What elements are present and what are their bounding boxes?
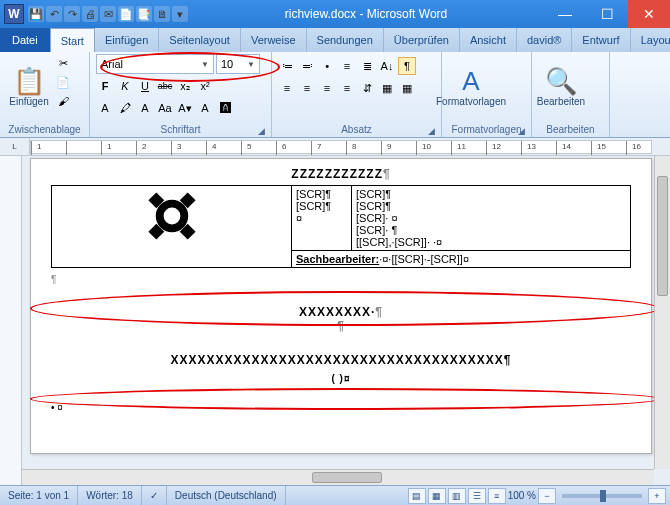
font-size-combo[interactable]: 10 ▼ bbox=[216, 54, 260, 74]
tab-ueberpruefen[interactable]: Überprüfen bbox=[384, 28, 460, 52]
styles-button[interactable]: A Formatvorlagen bbox=[448, 54, 494, 120]
qat-page-icon[interactable]: 🗎 bbox=[154, 6, 170, 22]
underline-button[interactable]: U bbox=[136, 77, 154, 95]
paragraph-dialog-launcher[interactable]: ◢ bbox=[428, 126, 435, 136]
chevron-down-icon[interactable]: ▼ bbox=[247, 60, 255, 69]
horizontal-ruler[interactable]: 112345678910111213141516 bbox=[30, 140, 652, 154]
bold-button[interactable]: F bbox=[96, 77, 114, 95]
superscript-button[interactable]: x² bbox=[196, 77, 214, 95]
styles-label: Formatvorlagen bbox=[436, 97, 506, 108]
tab-sendungen[interactable]: Sendungen bbox=[307, 28, 384, 52]
vertical-scrollbar[interactable] bbox=[654, 156, 670, 469]
qat-redo-icon[interactable]: ↷ bbox=[64, 6, 80, 22]
zoom-in-button[interactable]: + bbox=[648, 488, 666, 504]
align-left-button[interactable]: ≡ bbox=[278, 79, 296, 97]
strike-button[interactable]: abc bbox=[156, 77, 174, 95]
tab-entwurf[interactable]: Entwurf bbox=[572, 28, 630, 52]
copy-button[interactable]: 📄 bbox=[54, 73, 72, 91]
view-reading-button[interactable]: ▦ bbox=[428, 488, 446, 504]
italic-button[interactable]: K bbox=[116, 77, 134, 95]
tab-ansicht[interactable]: Ansicht bbox=[460, 28, 517, 52]
font-dialog-launcher[interactable]: ◢ bbox=[258, 126, 265, 136]
shading-button[interactable]: ▦ bbox=[378, 79, 396, 97]
paste-button[interactable]: 📋 Einfügen bbox=[6, 54, 52, 120]
shrink-font-button[interactable]: A bbox=[196, 99, 214, 117]
styles-dialog-launcher[interactable]: ◢ bbox=[518, 126, 525, 136]
vertical-ruler[interactable] bbox=[0, 156, 22, 485]
text-effect-button[interactable]: A bbox=[96, 99, 114, 117]
ribbon: 📋 Einfügen ✂ 📄 🖌 Zwischenablage Arial ▼ … bbox=[0, 52, 670, 138]
x-heading-1: XXXXXXXX·¶ bbox=[51, 305, 631, 319]
group-styles: A Formatvorlagen Formatvorlagen◢ bbox=[442, 52, 532, 137]
view-outline-button[interactable]: ☰ bbox=[468, 488, 486, 504]
tab-verweise[interactable]: Verweise bbox=[241, 28, 307, 52]
view-web-button[interactable]: ▥ bbox=[448, 488, 466, 504]
font-size-value: 10 bbox=[221, 58, 233, 70]
align-right-button[interactable]: ≡ bbox=[318, 79, 336, 97]
font-color-button[interactable]: A bbox=[136, 99, 154, 117]
scr-line: [SCR]· ¤ bbox=[356, 212, 626, 224]
show-marks-button[interactable]: ¶ bbox=[398, 57, 416, 75]
change-case-button[interactable]: Aa bbox=[156, 99, 174, 117]
chevron-down-icon[interactable]: ▼ bbox=[201, 60, 209, 69]
status-page[interactable]: Seite: 1 von 1 bbox=[0, 486, 78, 506]
zoom-label[interactable]: 100 % bbox=[508, 490, 536, 501]
scrollbar-thumb[interactable] bbox=[657, 176, 668, 296]
tab-david[interactable]: david® bbox=[517, 28, 572, 52]
clear-format-button[interactable]: 🅰 bbox=[216, 99, 234, 117]
qat-docs-icon[interactable]: 📑 bbox=[136, 6, 152, 22]
editing-button[interactable]: 🔍 Bearbeiten bbox=[538, 54, 584, 120]
tab-file[interactable]: Datei bbox=[0, 28, 50, 52]
decrease-indent-button[interactable]: ≡ bbox=[338, 57, 356, 75]
group-clipboard-label: Zwischenablage bbox=[6, 123, 83, 137]
bullets-button[interactable]: ≔ bbox=[278, 57, 296, 75]
qat-save-icon[interactable]: 💾 bbox=[28, 6, 44, 22]
status-language[interactable]: Deutsch (Deutschland) bbox=[167, 486, 286, 506]
cut-button[interactable]: ✂ bbox=[54, 54, 72, 72]
align-center-button[interactable]: ≡ bbox=[298, 79, 316, 97]
tab-layout[interactable]: Layout bbox=[631, 28, 670, 52]
horizontal-scrollbar[interactable] bbox=[22, 469, 654, 485]
tab-einfuegen[interactable]: Einfügen bbox=[95, 28, 159, 52]
view-draft-button[interactable]: ≡ bbox=[488, 488, 506, 504]
close-button[interactable]: ✕ bbox=[628, 0, 670, 28]
zoom-slider-knob[interactable] bbox=[600, 490, 606, 502]
multilevel-button[interactable]: ⦁ bbox=[318, 57, 336, 75]
zoom-out-button[interactable]: − bbox=[538, 488, 556, 504]
sort-button[interactable]: A↓ bbox=[378, 57, 396, 75]
tab-start[interactable]: Start bbox=[50, 28, 95, 52]
maximize-button[interactable]: ☐ bbox=[586, 0, 628, 28]
minimize-button[interactable]: — bbox=[544, 0, 586, 28]
format-painter-button[interactable]: 🖌 bbox=[54, 92, 72, 110]
scrollbar-thumb[interactable] bbox=[312, 472, 382, 483]
qat-undo-icon[interactable]: ↶ bbox=[46, 6, 62, 22]
tab-seitenlayout[interactable]: Seitenlayout bbox=[159, 28, 241, 52]
sachbearbeiter-label: Sachbearbeiter: bbox=[296, 253, 379, 265]
subscript-button[interactable]: x₂ bbox=[176, 77, 194, 95]
document-area: ZZZZZZZZZZZ¶ [SCR]¶ [SCR]¶ ¤ bbox=[0, 156, 670, 485]
qat-print-icon[interactable]: 🖨 bbox=[82, 6, 98, 22]
qat-doc-icon[interactable]: 📄 bbox=[118, 6, 134, 22]
font-name-combo[interactable]: Arial ▼ bbox=[96, 54, 214, 74]
qat-more-icon[interactable]: ▾ bbox=[172, 6, 188, 22]
qat-mail-icon[interactable]: ✉ bbox=[100, 6, 116, 22]
group-font-label: Schriftart◢ bbox=[96, 123, 265, 137]
highlight-button[interactable]: 🖍 bbox=[116, 99, 134, 117]
document-table: [SCR]¶ [SCR]¶ ¤ [SCR]¶ [SCR]¶ [SCR]· ¤ [… bbox=[51, 185, 631, 268]
scr-cell-right: [SCR]¶ [SCR]¶ [SCR]· ¤ [SCR]· ¶ [[SCR],·… bbox=[352, 186, 631, 251]
justify-button[interactable]: ≡ bbox=[338, 79, 356, 97]
numbering-button[interactable]: ≕ bbox=[298, 57, 316, 75]
table-row: [SCR]¶ [SCR]¶ ¤ [SCR]¶ [SCR]¶ [SCR]· ¤ [… bbox=[52, 186, 631, 251]
paste-icon: 📋 bbox=[13, 66, 45, 97]
document-page[interactable]: ZZZZZZZZZZZ¶ [SCR]¶ [SCR]¶ ¤ bbox=[30, 158, 652, 454]
styles-icon: A bbox=[462, 66, 479, 97]
zoom-slider[interactable] bbox=[562, 494, 642, 498]
scr-line: [SCR]· ¶ bbox=[356, 224, 626, 236]
status-words[interactable]: Wörter: 18 bbox=[78, 486, 142, 506]
grow-font-button[interactable]: A▾ bbox=[176, 99, 194, 117]
view-print-layout-button[interactable]: ▤ bbox=[408, 488, 426, 504]
linespacing-button[interactable]: ⇵ bbox=[358, 79, 376, 97]
increase-indent-button[interactable]: ≣ bbox=[358, 57, 376, 75]
status-proofing[interactable]: ✓ bbox=[142, 486, 167, 506]
borders-button[interactable]: ▦ bbox=[398, 79, 416, 97]
